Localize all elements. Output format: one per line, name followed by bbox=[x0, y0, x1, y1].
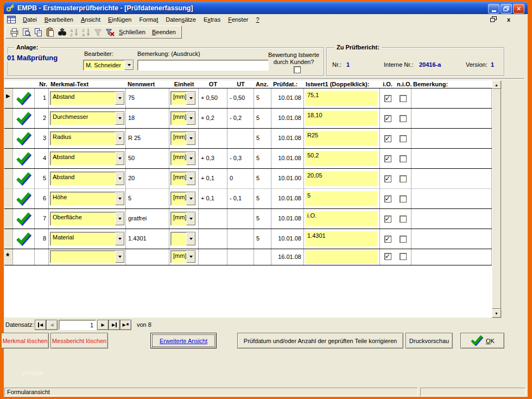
nr-cell[interactable]: 6 bbox=[35, 189, 49, 208]
einheit-combo[interactable]: [mm] bbox=[170, 151, 196, 166]
ot-cell[interactable] bbox=[199, 249, 227, 265]
nennwert-cell[interactable] bbox=[126, 249, 169, 265]
print-icon[interactable] bbox=[8, 27, 20, 37]
merkmal-combo[interactable] bbox=[50, 250, 125, 263]
anz-cell[interactable]: 5 bbox=[254, 209, 271, 229]
pruefdat-cell[interactable]: 10.01.08 bbox=[271, 149, 304, 168]
dropdown-button[interactable] bbox=[186, 92, 195, 105]
record-selector[interactable]: * bbox=[4, 249, 13, 265]
nr-cell[interactable]: 1 bbox=[35, 88, 49, 108]
nr-cell[interactable]: 2 bbox=[35, 109, 49, 128]
bearbeiter-combo[interactable]: M. Schneider bbox=[83, 60, 134, 71]
merkmal-combo[interactable]: Material bbox=[50, 232, 125, 246]
merkmal-combo[interactable]: Abstand bbox=[50, 91, 125, 105]
previous-record-button[interactable]: ◀ bbox=[46, 320, 58, 330]
dropdown-button[interactable] bbox=[186, 112, 195, 125]
einheit-combo[interactable]: [mm] bbox=[170, 131, 196, 145]
nennwert-cell[interactable]: 1.4301 bbox=[126, 229, 169, 249]
ut-cell[interactable] bbox=[227, 209, 254, 229]
nio-checkbox[interactable] bbox=[400, 253, 407, 260]
dropdown-button[interactable] bbox=[124, 60, 134, 70]
sort-descending-icon[interactable]: ZA bbox=[80, 27, 92, 37]
einheit-combo[interactable]: [mm] bbox=[170, 172, 196, 186]
ot-cell[interactable] bbox=[199, 229, 227, 249]
io-checkbox[interactable]: ✓ bbox=[384, 236, 391, 243]
nio-checkbox[interactable] bbox=[400, 95, 407, 102]
pruefdat-cell[interactable]: 10.01.08 bbox=[271, 109, 304, 128]
ut-cell[interactable] bbox=[227, 249, 254, 265]
record-selector[interactable] bbox=[4, 109, 13, 128]
pruefdat-cell[interactable]: 16.01.08 bbox=[271, 249, 304, 265]
istwert-field[interactable]: 50,2 bbox=[305, 151, 378, 166]
record-selector[interactable] bbox=[4, 229, 13, 249]
menu-item-help[interactable]: ? bbox=[252, 15, 263, 24]
close-button[interactable]: ✕ bbox=[513, 4, 524, 14]
istwert-field[interactable]: 1.4301 bbox=[305, 231, 378, 246]
nio-checkbox[interactable] bbox=[400, 155, 407, 162]
merkmal-combo[interactable]: Durchmesser bbox=[50, 111, 125, 125]
pruefdat-cell[interactable]: 10.01.08 bbox=[271, 229, 304, 249]
nr-cell[interactable]: 8 bbox=[35, 229, 49, 249]
bemerkung-cell[interactable] bbox=[411, 129, 492, 148]
mdi-close-button[interactable]: x bbox=[504, 15, 514, 23]
ok-button[interactable]: OK bbox=[460, 333, 504, 349]
nennwert-cell[interactable]: 75 bbox=[126, 88, 169, 108]
ut-cell[interactable]: 0 bbox=[227, 169, 254, 188]
nennwert-cell[interactable]: gratfrei bbox=[126, 209, 169, 229]
correct-pruefdatum-button[interactable]: Prüfdatum und/oder Anzahl der geprüften … bbox=[237, 333, 403, 349]
menu-item-einfgen[interactable]: Einfügen bbox=[104, 15, 135, 24]
menu-item-format[interactable]: Format bbox=[135, 15, 162, 24]
minimize-button[interactable] bbox=[488, 4, 499, 14]
close-form-button[interactable]: Schließen bbox=[116, 28, 149, 36]
bemerkung-cell[interactable] bbox=[411, 149, 492, 168]
menu-item-extras[interactable]: Extras bbox=[200, 15, 224, 24]
pruefdat-cell[interactable]: 10.01.08 bbox=[271, 189, 304, 208]
dropdown-button[interactable] bbox=[115, 152, 124, 165]
delete-merkmal-button[interactable]: Merkmal löschen bbox=[1, 333, 49, 349]
io-checkbox[interactable]: ✓ bbox=[384, 175, 391, 182]
nennwert-cell[interactable]: 50 bbox=[126, 149, 169, 168]
record-number-input[interactable]: 1 bbox=[59, 320, 96, 330]
nio-checkbox[interactable] bbox=[400, 175, 407, 182]
bemerkung-cell[interactable] bbox=[411, 189, 492, 208]
merkmal-combo[interactable]: Abstand bbox=[50, 151, 125, 166]
bemerkung-cell[interactable] bbox=[411, 169, 492, 188]
delete-messbericht-button[interactable]: Messbericht löschen bbox=[50, 333, 108, 349]
einheit-combo[interactable]: [mm] bbox=[170, 212, 196, 226]
dropdown-button[interactable] bbox=[186, 212, 195, 225]
remove-filter-icon[interactable] bbox=[104, 27, 116, 37]
quit-button[interactable]: Beenden bbox=[149, 28, 179, 36]
record-selector[interactable] bbox=[4, 209, 13, 229]
record-selector[interactable]: ▶ bbox=[4, 88, 13, 108]
nio-checkbox[interactable] bbox=[400, 195, 407, 202]
ot-cell[interactable]: + 0,1 bbox=[199, 189, 227, 208]
nr-cell[interactable]: 7 bbox=[35, 209, 49, 229]
ut-cell[interactable]: - 0,2 bbox=[227, 109, 254, 128]
record-selector[interactable] bbox=[4, 189, 13, 208]
bemerkung-input[interactable] bbox=[137, 60, 269, 71]
bemerkung-cell[interactable] bbox=[411, 229, 492, 249]
dropdown-button[interactable] bbox=[115, 212, 124, 225]
mdi-restore-button[interactable] bbox=[489, 15, 498, 23]
dropdown-button[interactable] bbox=[186, 172, 195, 185]
print-preview-button[interactable]: Druckvorschau bbox=[406, 333, 453, 349]
print-preview-icon[interactable] bbox=[20, 27, 32, 37]
ut-cell[interactable]: - 0,3 bbox=[227, 149, 254, 168]
pruefdat-cell[interactable]: 10.01.08 bbox=[271, 209, 304, 229]
menu-item-datei[interactable]: Datei bbox=[19, 15, 41, 24]
nr-cell[interactable]: 4 bbox=[35, 149, 49, 168]
scrollbar-thumb[interactable] bbox=[492, 89, 501, 309]
einheit-combo[interactable] bbox=[170, 232, 196, 246]
bemerkung-cell[interactable] bbox=[411, 209, 492, 229]
pruefdat-cell[interactable]: 10.01.08 bbox=[271, 129, 304, 148]
nennwert-cell[interactable]: R 25 bbox=[126, 129, 169, 148]
nennwert-cell[interactable]: 5 bbox=[126, 189, 169, 208]
copy-icon[interactable] bbox=[32, 27, 44, 37]
dropdown-button[interactable] bbox=[115, 92, 124, 105]
ot-cell[interactable]: + 0,1 bbox=[199, 169, 227, 188]
dropdown-button[interactable] bbox=[115, 172, 124, 185]
dropdown-button[interactable] bbox=[115, 192, 124, 205]
vertical-scrollbar[interactable]: ▲ ▼ bbox=[492, 80, 501, 318]
io-checkbox[interactable]: ✓ bbox=[384, 115, 391, 122]
nennwert-cell[interactable]: 20 bbox=[126, 169, 169, 188]
